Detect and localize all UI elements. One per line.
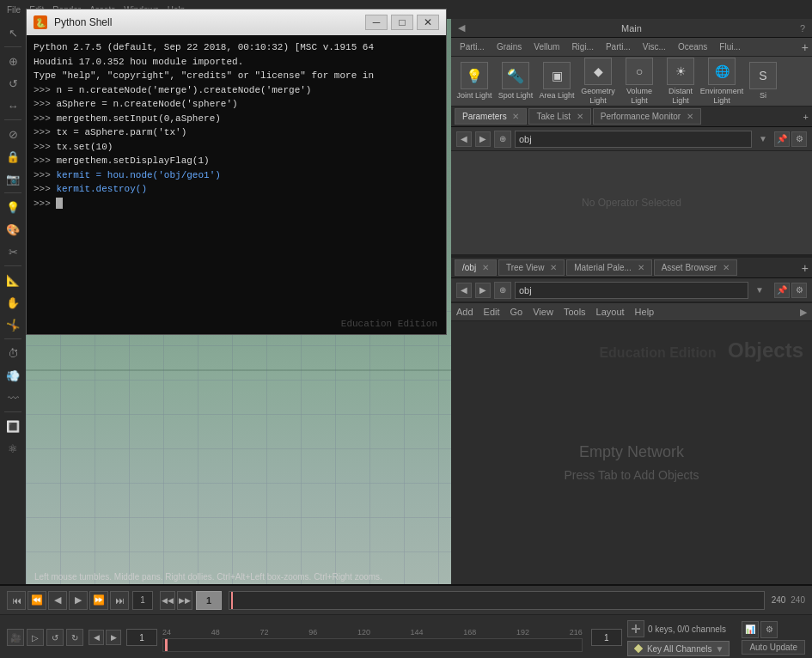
shelf-tab-visc[interactable]: Visc... (638, 40, 671, 53)
play-btn[interactable]: ▶ (69, 591, 88, 610)
paint-btn[interactable]: 🎨 (3, 219, 23, 240)
params-path-input[interactable] (515, 131, 752, 148)
obj-tab[interactable]: /obj ✕ (455, 259, 497, 276)
network-pin-btn[interactable]: 📌 (774, 283, 790, 298)
channel-settings-btn[interactable]: ⚙ (760, 621, 778, 638)
frame-prev-btn[interactable]: ◀◀ (160, 591, 175, 610)
params-tab-close[interactable]: ✕ (512, 112, 519, 121)
shelf-tab-grains[interactable]: Grains (491, 40, 527, 53)
select-tool-btn[interactable]: ↖ (3, 22, 23, 43)
dynamics-btn[interactable]: 💨 (3, 365, 23, 386)
timeline-scrubber[interactable] (229, 591, 765, 610)
cam-btn[interactable]: 📷 (3, 168, 23, 189)
params-pin-btn[interactable]: 📌 (774, 131, 790, 147)
tools-menu[interactable]: Tools (564, 307, 586, 317)
anim-btn[interactable]: ⏱ (3, 343, 23, 363)
view-menu[interactable]: View (533, 307, 553, 317)
shelf-tab-oceans[interactable]: Oceans (673, 40, 712, 53)
shelf-tab-rigi[interactable]: Rigi... (566, 40, 599, 53)
shell-content[interactable]: Python 2.7.5 (default, Sep 22 2018, 00:1… (27, 35, 446, 334)
viewport-icon-1[interactable]: 🎥 (7, 629, 24, 646)
area-light-shelf-item[interactable]: ▣ Area Light (537, 60, 577, 102)
joint-light-shelf-item[interactable]: 💡 Joint Light (455, 60, 494, 102)
arrow-left-icon[interactable]: ◀ (458, 22, 465, 34)
shelf-tab-add-btn[interactable]: + (802, 40, 809, 54)
env-light-shelf-item[interactable]: 🌐 Environment Light (702, 57, 742, 107)
scale-tool-btn[interactable]: ↔ (3, 95, 23, 116)
material-pale-tab[interactable]: Material Pale... ✕ (566, 259, 651, 276)
minimize-button[interactable]: ─ (365, 15, 388, 30)
channel-icon-1[interactable] (627, 620, 644, 637)
cloth-btn[interactable]: 🔳 (3, 416, 23, 436)
network-dropdown-btn[interactable]: ▼ (752, 283, 767, 298)
params-dropdown-btn[interactable]: ▼ (755, 131, 771, 147)
volume-light-shelf-item[interactable]: ○ Volume Light (620, 57, 659, 107)
perf-monitor-tab-close[interactable]: ✕ (687, 112, 693, 121)
params-gear-btn[interactable]: ⚙ (791, 131, 807, 147)
go-menu[interactable]: Go (510, 307, 523, 317)
obj-tab-close[interactable]: ✕ (482, 263, 489, 272)
viewport-icon-2[interactable]: ▷ (27, 629, 44, 646)
take-list-tab[interactable]: Take List ✕ (528, 108, 590, 125)
take-list-tab-close[interactable]: ✕ (577, 112, 583, 121)
snap-btn[interactable]: ⊘ (3, 124, 23, 144)
measure-btn[interactable]: 📐 (3, 270, 23, 290)
help-menu-net[interactable]: Help (635, 307, 655, 317)
play-reverse-btn[interactable]: ◀ (48, 591, 67, 610)
network-content[interactable]: Education Edition Objects Empty Network … (451, 321, 812, 603)
rotate-tool-btn[interactable]: ↺ (3, 73, 23, 94)
popnet-btn[interactable]: ⚛ (3, 438, 23, 459)
start-frame-input[interactable] (126, 629, 157, 646)
goto-start-btn[interactable]: ⏮ (7, 591, 26, 610)
distant-light-shelf-item[interactable]: ☀ Distant Light (661, 57, 700, 107)
params-tab[interactable]: Parameters ✕ (455, 108, 527, 125)
transform-tool-btn[interactable]: ⊕ (3, 51, 23, 71)
sculpt-btn[interactable]: ✂ (3, 241, 23, 262)
handle-btn[interactable]: ✋ (3, 292, 23, 313)
network-tab-add-btn[interactable]: + (802, 261, 809, 275)
geometry-light-shelf-item[interactable]: ◆ Geometry Light (578, 57, 618, 107)
add-menu[interactable]: Add (456, 307, 473, 317)
params-fwd-btn[interactable]: ▶ (475, 131, 491, 147)
frame-next-btn[interactable]: ▶▶ (177, 591, 192, 610)
layout-menu[interactable]: Layout (596, 307, 625, 317)
asset-tab-close[interactable]: ✕ (723, 263, 730, 272)
viewport-icon-4[interactable]: ↻ (66, 629, 83, 646)
tree-view-tab[interactable]: Tree View ✕ (498, 259, 565, 276)
end-frame-input-left[interactable] (591, 629, 622, 646)
viewport-icon-3[interactable]: ↺ (46, 629, 64, 646)
key-all-dropdown[interactable]: ▼ (715, 644, 723, 654)
auto-update-btn[interactable]: Auto Update (742, 640, 805, 655)
light-btn[interactable]: 💡 (3, 197, 23, 217)
maximize-button[interactable]: □ (391, 15, 413, 30)
network-gear-btn[interactable]: ⚙ (791, 283, 807, 298)
network-fwd-btn[interactable]: ▶ (475, 283, 491, 298)
shelf-tab-flui[interactable]: Flui... (714, 40, 745, 53)
tree-view-tab-close[interactable]: ✕ (550, 263, 557, 272)
shelf-tab-parti2[interactable]: Parti... (601, 40, 636, 53)
params-back-btn[interactable]: ◀ (456, 131, 472, 147)
shelf-tab-vellum[interactable]: Vellum (528, 40, 565, 53)
prev-frame-btn[interactable]: ⏪ (27, 591, 46, 610)
goto-end-btn[interactable]: ⏭ (110, 591, 129, 610)
network-back-btn[interactable]: ◀ (456, 283, 472, 298)
timeline-bar[interactable] (162, 638, 583, 652)
si-shelf-item[interactable]: S Si (743, 60, 783, 102)
network-path-input[interactable] (515, 282, 748, 299)
scope-btn[interactable]: 📊 (742, 621, 759, 638)
edit-menu-net[interactable]: Edit (484, 307, 500, 317)
key-all-channels-btn[interactable]: Key All Channels ▼ (627, 641, 730, 656)
question-icon[interactable]: ? (800, 23, 805, 34)
next-frame-btn[interactable]: ⏩ (89, 591, 108, 610)
network-home-btn[interactable]: ⊕ (494, 282, 511, 299)
asset-browser-tab[interactable]: Asset Browser ✕ (654, 259, 737, 276)
range-next-btn[interactable]: ▶ (106, 630, 121, 645)
close-button[interactable]: ✕ (417, 15, 439, 30)
spot-light-shelf-item[interactable]: 🔦 Spot Light (496, 60, 535, 102)
pose-btn[interactable]: 🤸 (3, 314, 23, 335)
network-expand-btn[interactable]: ▶ (800, 307, 807, 318)
range-prev-btn[interactable]: ◀ (89, 630, 104, 645)
wire-btn[interactable]: 〰 (3, 387, 23, 408)
shelf-tab-parti1[interactable]: Parti... (455, 40, 490, 53)
perf-monitor-tab[interactable]: Performance Monitor ✕ (593, 108, 701, 125)
